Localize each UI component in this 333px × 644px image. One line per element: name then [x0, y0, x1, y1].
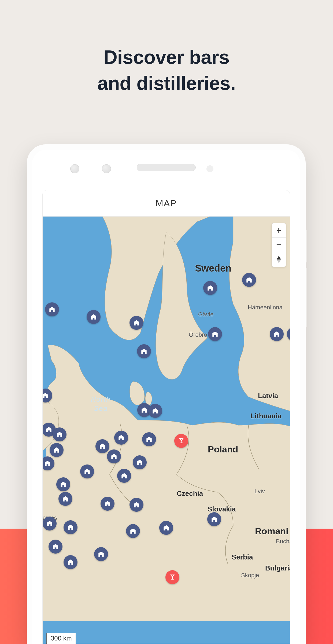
building-icon: [52, 543, 59, 550]
distillery-marker[interactable]: [94, 547, 108, 561]
distillery-marker[interactable]: [133, 455, 147, 469]
distillery-marker[interactable]: [45, 302, 59, 316]
building-icon: [110, 453, 117, 460]
bar-marker[interactable]: [165, 570, 179, 584]
building-icon: [118, 434, 125, 441]
building-icon: [212, 331, 219, 338]
phone-volume-rocker: [306, 268, 307, 327]
building-icon: [152, 407, 159, 414]
country-label: Latvia: [258, 392, 278, 400]
distillery-marker[interactable]: [130, 498, 143, 512]
distillery-marker[interactable]: [49, 540, 62, 554]
building-icon: [49, 306, 56, 313]
zoom-in-button[interactable]: +: [272, 223, 286, 238]
distillery-marker[interactable]: [43, 517, 57, 530]
phone-side-button: [306, 230, 307, 262]
map-controls: + −: [272, 223, 286, 267]
distillery-marker[interactable]: [207, 512, 221, 526]
headline-line-2: and distilleries.: [0, 70, 333, 96]
building-icon: [207, 284, 214, 291]
city-label: Örebro: [189, 331, 207, 338]
building-icon: [133, 501, 140, 508]
scale-label: 300 km: [51, 635, 72, 642]
phone-frame: MAP: [27, 144, 306, 644]
building-icon: [163, 524, 170, 531]
distillery-marker[interactable]: [56, 477, 70, 491]
building-icon: [53, 447, 60, 453]
plus-icon: +: [276, 225, 282, 235]
distillery-marker[interactable]: [270, 327, 284, 341]
cocktail-icon: [178, 437, 185, 444]
compass-button[interactable]: [272, 252, 286, 267]
city-label: Bucha: [276, 538, 290, 545]
country-label: Poland: [208, 444, 238, 455]
distillery-marker[interactable]: [203, 281, 217, 295]
distillery-marker[interactable]: [242, 273, 256, 287]
distillery-marker[interactable]: [159, 521, 173, 535]
building-icon: [45, 426, 52, 433]
sea-label-north-sea: North Sea: [91, 395, 111, 413]
phone-sensor-icon: [102, 164, 111, 173]
map-view[interactable]: North Sea SwedenLatviaLithuaniaBPolandCz…: [43, 217, 290, 644]
building-icon: [130, 528, 136, 535]
compass-icon: [276, 256, 282, 263]
cocktail-icon: [169, 574, 176, 581]
building-icon: [60, 481, 67, 488]
building-icon: [67, 524, 74, 531]
minus-icon: −: [276, 240, 282, 250]
phone-speaker: [137, 164, 196, 171]
distillery-marker[interactable]: [126, 524, 140, 538]
distillery-marker[interactable]: [114, 431, 128, 445]
bar-marker[interactable]: [174, 434, 188, 448]
building-icon: [246, 276, 253, 283]
headline-line-1: Discover bars: [0, 44, 333, 70]
distillery-marker[interactable]: [148, 404, 162, 418]
country-label: Czechia: [177, 489, 203, 498]
building-icon: [99, 443, 106, 450]
distillery-marker[interactable]: [142, 432, 156, 446]
distillery-marker[interactable]: [208, 327, 222, 341]
distillery-marker[interactable]: [80, 464, 94, 478]
building-icon: [133, 319, 140, 326]
country-label: Slovakia: [208, 505, 236, 513]
distillery-marker[interactable]: [101, 497, 114, 511]
country-label: Sweden: [195, 263, 231, 274]
distillery-marker[interactable]: [64, 555, 77, 569]
building-icon: [90, 313, 97, 320]
building-icon: [140, 348, 147, 355]
building-icon: [211, 516, 218, 523]
distillery-marker[interactable]: [50, 443, 64, 457]
distillery-marker[interactable]: [137, 344, 151, 358]
app-header: MAP: [43, 190, 290, 217]
phone-screen: MAP: [42, 190, 290, 644]
building-icon: [146, 436, 153, 443]
city-label: Lviv: [254, 488, 265, 495]
distillery-marker[interactable]: [53, 427, 66, 441]
phone-camera-icon: [70, 164, 79, 173]
distillery-marker[interactable]: [58, 492, 72, 506]
distillery-marker[interactable]: [95, 439, 109, 453]
building-icon: [98, 551, 105, 558]
promo-headline: Discover bars and distilleries.: [0, 44, 333, 96]
phone-proximity-icon: [206, 165, 213, 172]
distillery-marker[interactable]: [64, 520, 77, 534]
zoom-out-button[interactable]: −: [272, 238, 286, 252]
building-icon: [56, 431, 63, 438]
building-icon: [43, 392, 49, 399]
building-icon: [141, 407, 148, 414]
city-label: Skopje: [241, 572, 259, 579]
building-icon: [46, 520, 53, 527]
building-icon: [44, 460, 51, 467]
building-icon: [104, 500, 111, 507]
map-scale: 300 km: [46, 633, 76, 644]
distillery-marker[interactable]: [107, 449, 121, 463]
building-icon: [62, 495, 69, 502]
building-icon: [67, 559, 74, 566]
building-icon: [273, 331, 280, 338]
distillery-marker[interactable]: [87, 310, 101, 324]
building-icon: [84, 468, 91, 475]
distillery-marker[interactable]: [117, 469, 131, 483]
distillery-marker[interactable]: [130, 316, 143, 330]
country-label: Bulgaria: [265, 564, 290, 572]
city-label: Hämeenlinna: [248, 304, 283, 311]
